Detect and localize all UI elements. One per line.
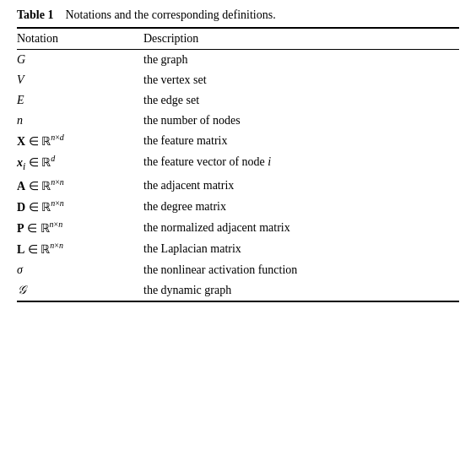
description-cell: the feature vector of node i xyxy=(143,152,459,176)
table-row: A ∈ ℝn×nthe adjacent matrix xyxy=(17,176,459,197)
header-notation: Notation xyxy=(17,28,143,50)
description-cell: the graph xyxy=(143,50,459,71)
table-caption: Table 1 Notations and the corresponding … xyxy=(17,8,459,22)
notation-cell: P ∈ ℝn×n xyxy=(17,218,143,239)
caption-label: Table 1 xyxy=(17,8,53,21)
notation-cell: G xyxy=(17,50,143,71)
description-cell: the degree matrix xyxy=(143,197,459,218)
table-row: σthe nonlinear activation function xyxy=(17,260,459,280)
table-row: Gthe graph xyxy=(17,50,459,71)
notation-cell: n xyxy=(17,111,143,131)
caption-text: Notations and the corresponding definiti… xyxy=(65,8,275,21)
table-row: X ∈ ℝn×dthe feature matrix xyxy=(17,131,459,152)
notation-cell: D ∈ ℝn×n xyxy=(17,197,143,218)
notation-cell: A ∈ ℝn×n xyxy=(17,176,143,197)
description-cell: the nonlinear activation function xyxy=(143,260,459,280)
notation-cell: E xyxy=(17,90,143,111)
notation-cell: V xyxy=(17,70,143,90)
table-row: Vthe vertex set xyxy=(17,70,459,90)
notation-cell: L ∈ ℝn×n xyxy=(17,239,143,260)
table-row: L ∈ ℝn×nthe Laplacian matrix xyxy=(17,239,459,260)
table-row: P ∈ ℝn×nthe normalized adjacent matrix xyxy=(17,218,459,239)
description-cell: the number of nodes xyxy=(143,111,459,131)
description-cell: the feature matrix xyxy=(143,131,459,152)
description-cell: the Laplacian matrix xyxy=(143,239,459,260)
table-row: Ethe edge set xyxy=(17,90,459,111)
description-cell: the normalized adjacent matrix xyxy=(143,218,459,239)
table-row: nthe number of nodes xyxy=(17,111,459,131)
notation-table: Notation Description Gthe graphVthe vert… xyxy=(17,27,459,302)
description-cell: the edge set xyxy=(143,90,459,111)
description-cell: the vertex set xyxy=(143,70,459,90)
notation-cell: xi ∈ ℝd xyxy=(17,152,143,176)
description-cell: the dynamic graph xyxy=(143,280,459,301)
description-cell: the adjacent matrix xyxy=(143,176,459,197)
table-row: 𝒢the dynamic graph xyxy=(17,280,459,301)
notation-cell: 𝒢 xyxy=(17,280,143,301)
notation-cell: σ xyxy=(17,260,143,280)
notation-cell: X ∈ ℝn×d xyxy=(17,131,143,152)
table-row: D ∈ ℝn×nthe degree matrix xyxy=(17,197,459,218)
table-row: xi ∈ ℝdthe feature vector of node i xyxy=(17,152,459,176)
header-description: Description xyxy=(143,28,459,50)
